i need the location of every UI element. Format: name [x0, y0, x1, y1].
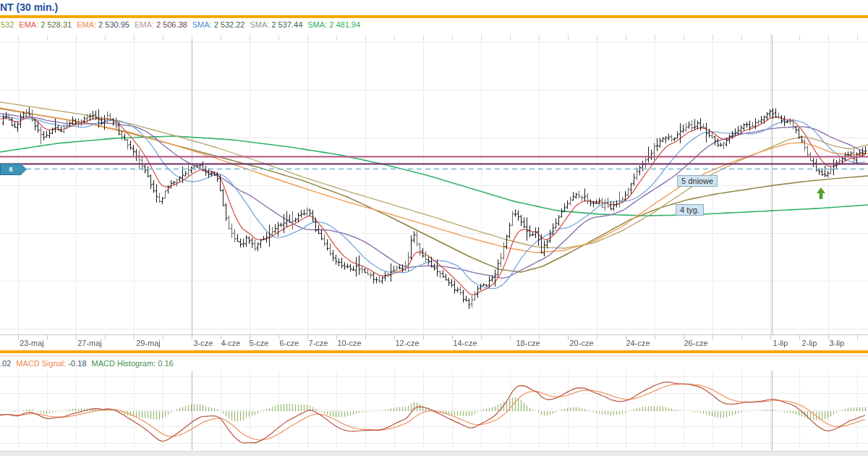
macd-values-bar: .02MACD Signal: -0.18MACD Histogram: 0.1… — [0, 359, 174, 368]
indicator-item-value: 2 532.22 — [214, 20, 245, 29]
macd-separator-line — [0, 355, 868, 356]
footer-strip — [0, 451, 868, 456]
indicator-item-value: 2 506.38 — [156, 20, 187, 29]
x-axis-label: 24-cze — [626, 339, 650, 347]
indicator-item-value: 2 530.95 — [98, 20, 129, 29]
indicator-item: SMA: 2 537.44 — [250, 20, 302, 29]
x-axis-label: 26-cze — [684, 339, 707, 347]
x-axis-label: 27-maj — [77, 339, 102, 347]
indicator-item-value: 2 537.44 — [271, 20, 302, 29]
price-chart-canvas — [0, 35, 868, 340]
macd-item-value: -0.18 — [68, 359, 86, 368]
x-axis: 23-maj27-maj29-maj3-cze4-cze5-cze6-cze7-… — [0, 339, 868, 349]
indicator-item-label: SMA: — [250, 20, 271, 29]
macd-item: MACD Histogram: 0.16 — [92, 359, 174, 368]
price-tag-label: 6 — [9, 166, 12, 173]
macd-item: .02 — [0, 359, 11, 368]
x-axis-label: 6-cze — [280, 339, 299, 347]
x-axis-label: 3-cze — [194, 339, 213, 347]
indicator-item: EMA: 2 530.95 — [77, 20, 129, 29]
macd-item-value: .02 — [0, 359, 11, 368]
ma5-label-box: 5 dniowe — [677, 175, 718, 187]
x-axis-label: 7-cze — [309, 339, 328, 347]
ma4w-label-box: 4 tyg. — [676, 204, 704, 216]
macd-chart-canvas — [0, 371, 868, 451]
x-axis-label: 14-cze — [453, 339, 477, 347]
indicator-item: EMA: 2 528.31 — [19, 20, 72, 29]
indicator-item: 532 — [1, 20, 14, 29]
up-arrow-icon — [816, 187, 826, 203]
x-axis-label: 5-cze — [250, 339, 269, 347]
macd-item-value: 0.16 — [158, 359, 173, 368]
indicator-item: SMA: 2 532.22 — [192, 20, 245, 29]
macd-item: MACD Signal: -0.18 — [16, 359, 86, 368]
indicator-item-label: SMA: — [192, 20, 214, 29]
x-axis-label: 1-lip — [773, 339, 788, 347]
indicator-values-bar: 532EMA: 2 528.31EMA: 2 530.95EMA: 2 506.… — [1, 20, 360, 29]
indicator-item-value: 532 — [1, 20, 14, 29]
indicator-item-label: EMA: — [19, 20, 41, 29]
x-axis-label: 23-maj — [20, 339, 44, 347]
indicator-item-value: 2 481.94 — [329, 20, 360, 29]
indicator-item-value: 2 528.31 — [41, 20, 72, 29]
chart-page: NT (30 min.) 532EMA: 2 528.31EMA: 2 530.… — [0, 0, 868, 456]
indicator-item: SMA: 2 481.94 — [307, 20, 360, 29]
x-axis-label: 20-cze — [569, 339, 593, 347]
x-axis-label: 18-cze — [516, 339, 540, 347]
indicator-item-label: SMA: — [307, 20, 329, 29]
x-axis-label: 10-cze — [337, 339, 361, 347]
x-axis-label: 2-lip — [802, 339, 817, 347]
macd-item-label: MACD Histogram: — [92, 359, 158, 368]
price-tag-arrow — [21, 164, 27, 175]
x-axis-label: 29-maj — [136, 339, 161, 347]
macd-item-label: MACD Signal: — [16, 359, 68, 368]
x-axis-label: 3-lip — [830, 339, 845, 347]
indicator-item-label: EMA: — [135, 20, 156, 29]
indicator-item: EMA: 2 506.38 — [135, 20, 187, 29]
bottom-divider-bar — [0, 350, 868, 353]
price-tag: 6 — [0, 164, 21, 175]
top-divider-bar — [0, 15, 868, 18]
indicator-item-label: EMA: — [77, 20, 98, 29]
x-axis-label: 12-cze — [395, 339, 419, 347]
x-axis-label: 4-cze — [221, 339, 241, 347]
chart-title: NT (30 min.) — [0, 1, 58, 13]
